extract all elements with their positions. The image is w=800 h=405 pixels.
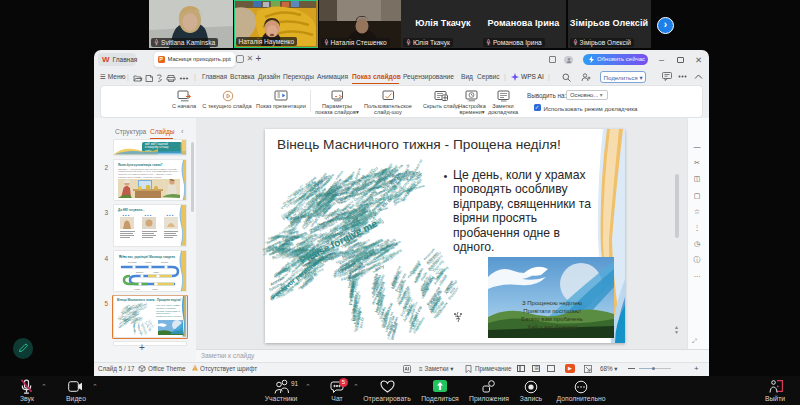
svg-text:▲▲▲: ▲▲▲: [122, 214, 130, 217]
svg-text:▲▲▲: ▲▲▲: [166, 214, 174, 217]
svg-text:Привітати поспішаю!: Привітати поспішаю!: [523, 308, 581, 314]
svg-text:Багато вам пробачень: Багато вам пробачень: [521, 316, 583, 322]
svg-text:пятниця: пятниця: [161, 261, 168, 263]
svg-text:З Прощеною неділею: З Прощеною неділею: [522, 300, 582, 306]
svg-text:Як на них, українців! Масниця: Як на них, українців! Масниця тиждень: [119, 254, 175, 258]
svg-text:вівторок: вівторок: [136, 271, 143, 273]
svg-text:понеділок: понеділок: [128, 261, 137, 263]
svg-text:четвер: четвер: [153, 271, 159, 273]
svg-text:Хай у вас благаю!: Хай у вас благаю!: [527, 324, 577, 330]
svg-text:Xin lỗi: Xin lỗi: [358, 317, 365, 329]
svg-text:середа: середа: [145, 261, 152, 263]
svg-text:▲▲▲: ▲▲▲: [144, 214, 152, 217]
svg-text:субота: субота: [134, 288, 141, 290]
svg-text:неділя: неділя: [152, 288, 158, 290]
